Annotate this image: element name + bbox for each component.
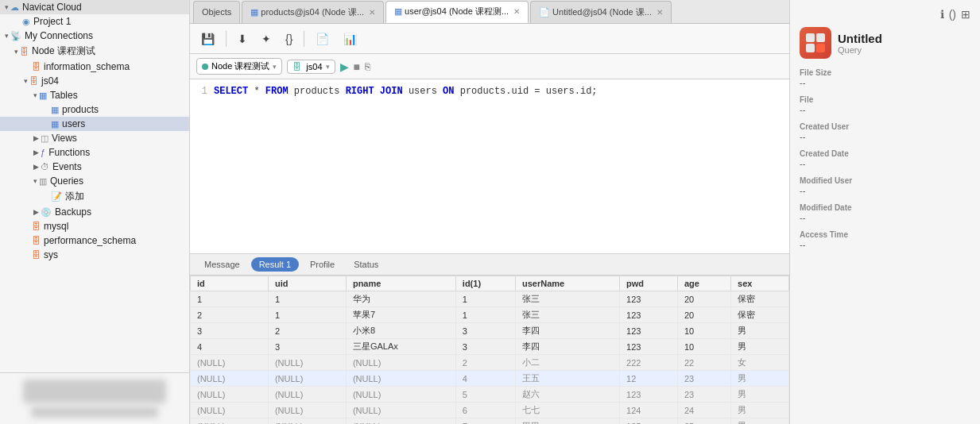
info-field-label: File — [800, 95, 970, 104]
table-row[interactable]: (NULL)(NULL)(NULL)5赵六12323男 — [191, 387, 789, 403]
table-cell: (NULL) — [191, 387, 269, 403]
tab-products-tab[interactable]: ▦products@js04 (Node 课...✕ — [242, 1, 384, 23]
sidebar-item-mysql[interactable]: 🗄mysql — [0, 219, 189, 233]
table-row[interactable]: (NULL)(NULL)(NULL)6七七12424男 — [191, 403, 789, 418]
tab-user-tab[interactable]: ▦user@js04 (Node 课程测...✕ — [385, 1, 529, 23]
tab-label: Untitled@js04 (Node 课... — [552, 6, 652, 18]
save-button[interactable]: 💾 — [196, 30, 219, 48]
views-icon: ◫ — [41, 133, 48, 144]
copy-button[interactable]: ⎘ — [365, 61, 370, 72]
sidebar-item-users[interactable]: ▦users — [0, 117, 189, 131]
tab-objects[interactable]: Objects — [193, 1, 240, 23]
sidebar-item-navicat-cloud[interactable]: ▾☁Navicat Cloud — [0, 0, 189, 14]
sidebar-item-add-query[interactable]: 📝添加 — [0, 188, 189, 205]
table-cell: 4 — [191, 339, 269, 355]
editor-line: 1 SELECT * FROM products RIGHT JOIN user… — [190, 86, 789, 97]
table-cell: 男 — [731, 323, 789, 339]
wrap-button[interactable]: {} — [281, 30, 297, 48]
result-tab-status[interactable]: Status — [346, 257, 386, 272]
sidebar-item-queries[interactable]: ▾▥Queries — [0, 174, 189, 188]
table-cell: 23 — [677, 387, 730, 403]
info-icon-code[interactable]: () — [949, 8, 956, 21]
info-icon-grid[interactable]: ⊞ — [961, 8, 970, 21]
table-cell: 2 — [268, 323, 346, 339]
run-button[interactable]: ▶ — [340, 60, 349, 73]
table-row[interactable]: 43三星GALAx3李四12310男 — [191, 339, 789, 355]
chevron-icon: ▾ — [5, 32, 9, 40]
events-icon: ⏱ — [41, 162, 49, 172]
table-row[interactable]: (NULL)(NULL)(NULL)4王五1223男 — [191, 371, 789, 387]
stop-button[interactable]: ■ — [354, 60, 360, 73]
table-header: iduidpnameid(1)userNamepwdagesex — [191, 276, 789, 291]
beautify-button[interactable]: ✦ — [257, 30, 276, 48]
sidebar-item-performance-schema[interactable]: 🗄performance_schema — [0, 233, 189, 248]
table-cell: 124 — [620, 403, 678, 418]
connection-name: Node 课程测试 — [211, 60, 269, 72]
chevron-icon: ▾ — [24, 77, 28, 85]
sql-identifier: products — [460, 86, 506, 97]
table-cell: 123 — [620, 387, 678, 403]
sidebar-item-label: Functions — [48, 147, 90, 158]
import-button[interactable]: ⬇ — [233, 30, 252, 48]
result-tab-result-1[interactable]: Result 1 — [251, 257, 299, 272]
result-panel: MessageResult 1ProfileStatus iduidpnamei… — [190, 254, 789, 424]
sql-editor[interactable]: 1 SELECT * FROM products RIGHT JOIN user… — [190, 79, 789, 254]
table-body: 11华为1张三12320保密21苹果71张三12320保密32小米83李四123… — [191, 291, 789, 425]
table-cell: 24 — [677, 403, 730, 418]
table-cell: 七七 — [515, 403, 619, 418]
table-icon: ▦ — [394, 6, 402, 17]
data-table: iduidpnameid(1)userNamepwdagesex 11华为1张三… — [190, 276, 789, 424]
info-field-file-size: File Size -- — [800, 68, 970, 87]
table-row[interactable]: 32小米83李四12310男 — [191, 323, 789, 339]
tab-close-icon[interactable]: ✕ — [513, 7, 520, 16]
sidebar-item-my-connections[interactable]: ▾📡My Connections — [0, 29, 189, 43]
sidebar-item-tables[interactable]: ▾▦Tables — [0, 88, 189, 102]
sidebar-item-sys[interactable]: 🗄sys — [0, 248, 189, 262]
line-content[interactable]: SELECT * FROM products RIGHT JOIN users … — [214, 86, 598, 97]
table-cell: 男 — [731, 418, 789, 425]
tab-close-icon[interactable]: ✕ — [657, 8, 663, 17]
sidebar-item-events[interactable]: ▶⏱Events — [0, 160, 189, 174]
sidebar-item-information-schema[interactable]: 🗄information_schema — [0, 60, 189, 74]
info-field-access-time: Access Time -- — [800, 230, 970, 249]
db-icon-svg — [804, 32, 827, 54]
sidebar-item-label: Views — [52, 133, 77, 144]
table-icon: ▦ — [250, 7, 258, 17]
sidebar-item-project1[interactable]: ◉Project 1 — [0, 14, 189, 29]
sidebar-item-label: products — [62, 104, 99, 115]
sidebar-item-products[interactable]: ▦products — [0, 102, 189, 117]
sidebar-item-label: performance_schema — [44, 235, 136, 246]
sql-identifier: users — [546, 86, 575, 97]
chart-button[interactable]: 📊 — [339, 30, 362, 48]
sidebar-item-views[interactable]: ▶◫Views — [0, 131, 189, 145]
tab-close-icon[interactable]: ✕ — [369, 8, 375, 17]
table-cell: 123 — [620, 323, 678, 339]
sidebar-item-js04[interactable]: ▾🗄js04 — [0, 74, 189, 88]
data-table-wrap[interactable]: iduidpnameid(1)userNamepwdagesex 11华为1张三… — [190, 276, 789, 424]
table-row[interactable]: (NULL)(NULL)(NULL)2小二22222女 — [191, 355, 789, 371]
result-tab-profile[interactable]: Profile — [302, 257, 343, 272]
database-select[interactable]: 🗄 js04 ▾ — [287, 60, 335, 74]
svg-rect-0 — [806, 33, 815, 42]
table-cell: (NULL) — [346, 418, 455, 425]
sidebar-item-label: Tables — [50, 90, 78, 101]
svg-rect-3 — [816, 44, 825, 52]
result-tab-message[interactable]: Message — [196, 257, 248, 272]
result-tabs: MessageResult 1ProfileStatus — [190, 254, 789, 276]
table-column-userName: userName — [515, 276, 619, 291]
table-row[interactable]: 11华为1张三12320保密 — [191, 291, 789, 307]
sidebar-item-label: 添加 — [65, 190, 84, 203]
table-row[interactable]: (NULL)(NULL)(NULL)7巴巴12525男 — [191, 418, 789, 425]
sidebar-item-node-db[interactable]: ▾🗄Node 课程测试 — [0, 43, 189, 60]
info-icon-info[interactable]: ℹ — [940, 8, 944, 21]
sidebar-item-backups[interactable]: ▶💿Backups — [0, 205, 189, 219]
explain-button[interactable]: 📄 — [311, 30, 334, 48]
table-cell: 小米8 — [346, 323, 455, 339]
table-cell: 1 — [191, 291, 269, 307]
connection-select[interactable]: Node 课程测试 ▾ — [196, 58, 282, 75]
table-row[interactable]: 21苹果71张三12320保密 — [191, 307, 789, 323]
tab-untitled-tab[interactable]: 📄Untitled@js04 (Node 课...✕ — [530, 1, 672, 23]
table-column-sex: sex — [731, 276, 789, 291]
sidebar-item-functions[interactable]: ▶ƒFunctions — [0, 145, 189, 160]
sidebar-item-label: Project 1 — [33, 16, 71, 27]
